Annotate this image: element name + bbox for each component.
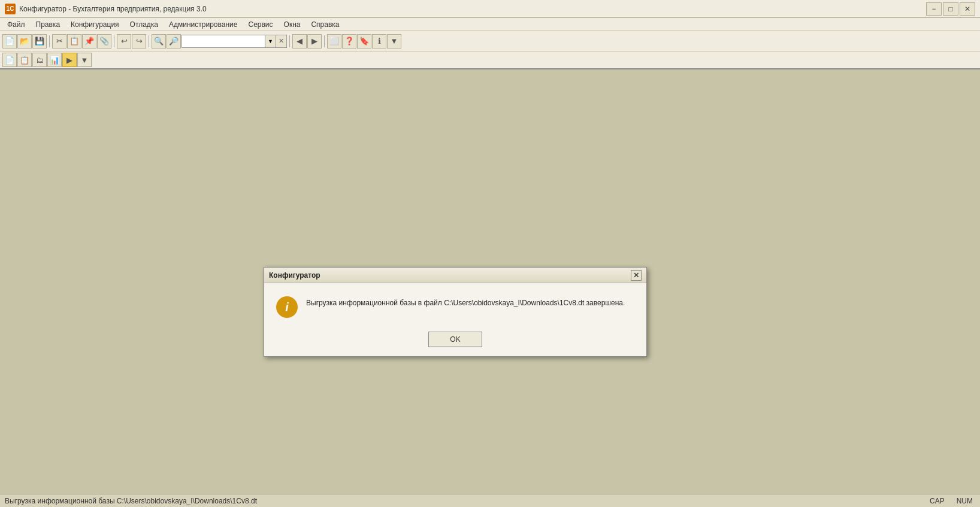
dialog-ok-button[interactable]: OK <box>428 332 482 347</box>
tb2-btn2[interactable]: 📋 <box>17 53 32 67</box>
toolbar-separator-1 <box>49 35 50 47</box>
dialog-message: Выгрузка информационной базы в файл C:\U… <box>306 295 634 308</box>
title-bar-controls: − □ ✕ <box>926 2 975 16</box>
tb2-btn1[interactable]: 📄 <box>2 53 17 67</box>
minimize-button[interactable]: − <box>926 2 942 16</box>
tb2-run-dropdown[interactable]: ▼ <box>77 53 92 67</box>
toolbar-separator-3 <box>149 35 149 47</box>
status-indicators: CAP NUM <box>927 497 975 505</box>
app-title: Конфигуратор - Бухгалтерия предприятия, … <box>19 5 207 13</box>
dialog-title-bar: Конфигуратор ✕ <box>264 268 646 283</box>
copy2-button[interactable]: ⬜ <box>327 34 341 48</box>
status-text: Выгрузка информационной базы C:\Users\ob… <box>5 497 257 505</box>
open-button[interactable]: 📂 <box>17 34 32 48</box>
copy-button[interactable]: 📋 <box>67 34 81 48</box>
info-button[interactable]: ℹ <box>372 34 386 48</box>
maximize-button[interactable]: □ <box>943 2 958 16</box>
tb2-run-button[interactable]: ▶ <box>62 53 77 67</box>
zoom-button[interactable]: 🔎 <box>167 34 181 48</box>
bookmark-button[interactable]: 🔖 <box>357 34 371 48</box>
info-dropdown-button[interactable]: ▼ <box>387 34 401 48</box>
new-button[interactable]: 📄 <box>2 34 17 48</box>
cap-indicator: CAP <box>927 497 947 505</box>
dialog: Конфигуратор ✕ i Выгрузка информационной… <box>264 267 647 357</box>
cut-button[interactable]: ✂ <box>52 34 66 48</box>
dialog-title: Конфигуратор <box>269 271 320 280</box>
find-prev-button[interactable]: ◀ <box>292 34 307 48</box>
search-dropdown[interactable]: ▼ <box>265 35 276 48</box>
close-button[interactable]: ✕ <box>960 2 975 16</box>
tb2-btn4[interactable]: 📊 <box>47 53 62 67</box>
save-button[interactable]: 💾 <box>32 34 47 48</box>
title-bar-left: 1C Конфигуратор - Бухгалтерия предприяти… <box>5 4 207 14</box>
search-box: ▼ ✕ <box>182 35 287 48</box>
menu-bar: Файл Правка Конфигурация Отладка Админис… <box>0 18 980 31</box>
search-input[interactable] <box>182 35 265 48</box>
find-next-button[interactable]: ▶ <box>307 34 322 48</box>
menu-debug[interactable]: Отладка <box>125 19 163 31</box>
toolbar-row1: 📄 📂 💾 ✂ 📋 📌 📎 ↩ ↪ 🔍 🔎 ▼ ✕ ◀ ▶ ⬜ ❓ 🔖 ℹ ▼ <box>0 31 980 51</box>
help-button[interactable]: ❓ <box>342 34 356 48</box>
status-bar: Выгрузка информационной базы C:\Users\ob… <box>0 494 980 507</box>
toolbar-row2: 📄 📋 🗂 📊 ▶ ▼ <box>0 51 980 69</box>
menu-windows[interactable]: Окна <box>279 19 306 31</box>
title-bar: 1C Конфигуратор - Бухгалтерия предприяти… <box>0 0 980 18</box>
toolbar-separator-4 <box>289 35 290 47</box>
menu-edit[interactable]: Правка <box>31 19 65 31</box>
main-content: Конфигуратор ✕ i Выгрузка информационной… <box>0 69 980 494</box>
num-indicator: NUM <box>954 497 975 505</box>
toolbar-separator-2 <box>114 35 114 47</box>
app-icon: 1C <box>5 4 16 14</box>
find-button[interactable]: 🔍 <box>152 34 166 48</box>
redo-button[interactable]: ↪ <box>132 34 146 48</box>
undo-button[interactable]: ↩ <box>117 34 131 48</box>
menu-config[interactable]: Конфигурация <box>66 19 124 31</box>
dialog-body: i Выгрузка информационной базы в файл C:… <box>264 283 646 327</box>
paste2-button[interactable]: 📎 <box>97 34 111 48</box>
paste-button[interactable]: 📌 <box>82 34 96 48</box>
dialog-info-icon: i <box>276 296 298 318</box>
menu-file[interactable]: Файл <box>2 19 30 31</box>
dialog-close-button[interactable]: ✕ <box>631 270 642 281</box>
dialog-footer: OK <box>264 327 646 356</box>
search-clear[interactable]: ✕ <box>276 35 287 48</box>
menu-help[interactable]: Справка <box>306 19 344 31</box>
menu-service[interactable]: Сервис <box>243 19 277 31</box>
tb2-btn3[interactable]: 🗂 <box>32 53 47 67</box>
menu-admin[interactable]: Администрирование <box>164 19 242 31</box>
toolbar-separator-5 <box>324 35 325 47</box>
